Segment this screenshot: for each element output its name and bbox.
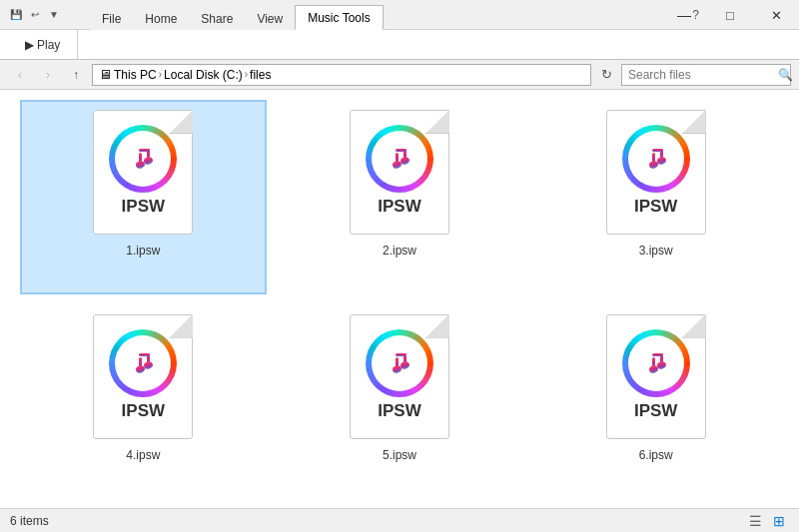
files-grid: IPSW 1.ipsw xyxy=(0,90,799,508)
svg-rect-17 xyxy=(139,353,150,356)
itunes-inner-6 xyxy=(628,335,684,391)
tab-share[interactable]: Share xyxy=(189,8,245,30)
file-icon-4: IPSW xyxy=(88,314,198,444)
file-item-3[interactable]: IPSW 3.ipsw xyxy=(532,100,779,294)
svg-rect-7 xyxy=(396,149,406,152)
ribbon-tab-strip: File Home Share View Music Tools xyxy=(90,0,384,30)
play-button[interactable]: ▶ Play xyxy=(14,35,72,55)
window-quick-access: 💾 ↩ ▼ xyxy=(8,7,62,23)
up-button[interactable]: ↑ xyxy=(64,63,88,87)
itunes-inner-5 xyxy=(372,335,427,391)
doc-body-4: IPSW xyxy=(93,314,193,439)
itunes-ring-6 xyxy=(622,329,690,397)
ipsw-label-2: IPSW xyxy=(351,197,448,217)
doc-body-2: IPSW xyxy=(350,110,449,235)
doc-fold-3 xyxy=(682,110,706,134)
search-input[interactable] xyxy=(628,68,778,82)
file-name-5: 5.ipsw xyxy=(383,448,416,462)
path-arrow-1: › xyxy=(159,69,162,80)
svg-rect-2 xyxy=(139,149,150,152)
file-name-2: 2.ipsw xyxy=(383,244,416,258)
itunes-ring-1 xyxy=(109,125,177,193)
help-icon[interactable]: ? xyxy=(692,8,699,22)
file-item-6[interactable]: IPSW 6.ipsw xyxy=(532,304,779,499)
path-segment-files: files xyxy=(250,68,271,82)
music-note-icon-1 xyxy=(126,142,160,176)
file-name-1: 1.ipsw xyxy=(126,244,160,258)
svg-rect-12 xyxy=(652,149,663,152)
more-icon[interactable]: ▼ xyxy=(46,7,62,23)
view-grid-icon[interactable]: ⊞ xyxy=(769,511,789,531)
back-button[interactable]: ‹ xyxy=(8,63,32,87)
close-button[interactable]: ✕ xyxy=(753,0,799,30)
file-icon-3: IPSW xyxy=(601,110,711,240)
path-segment-localdisk: Local Disk (C:) xyxy=(164,68,243,82)
svg-rect-27 xyxy=(652,353,663,356)
save-icon[interactable]: 💾 xyxy=(8,7,24,23)
title-bar: 💾 ↩ ▼ File Home Share View Music Tools —… xyxy=(0,0,799,30)
doc-fold-5 xyxy=(425,314,449,338)
itunes-ring-4 xyxy=(109,329,177,397)
ipsw-label-1: IPSW xyxy=(94,197,192,217)
doc-body-6: IPSW xyxy=(606,314,706,439)
tab-music-tools[interactable]: Music Tools xyxy=(295,5,383,30)
file-name-6: 6.ipsw xyxy=(639,448,673,462)
refresh-button[interactable]: ↻ xyxy=(595,64,617,86)
doc-fold-2 xyxy=(425,110,449,134)
file-name-3: 3.ipsw xyxy=(639,244,673,258)
music-note-icon-5 xyxy=(383,346,416,380)
doc-body-1: IPSW xyxy=(93,110,193,235)
title-bar-left: 💾 ↩ ▼ xyxy=(8,7,62,23)
itunes-inner-1 xyxy=(115,131,171,187)
search-icon: 🔍 xyxy=(778,68,793,82)
file-name-4: 4.ipsw xyxy=(126,448,160,462)
music-note-icon-6 xyxy=(639,346,673,380)
ipsw-label-3: IPSW xyxy=(607,197,705,217)
doc-body-5: IPSW xyxy=(350,314,449,439)
ribbon-content: ▶ Play xyxy=(0,30,799,60)
file-icon-6: IPSW xyxy=(601,314,711,444)
music-note-icon-3 xyxy=(639,142,673,176)
itunes-inner-2 xyxy=(372,131,427,187)
file-item-1[interactable]: IPSW 1.ipsw xyxy=(20,100,267,294)
tab-view[interactable]: View xyxy=(245,8,295,30)
item-count: 6 items xyxy=(10,514,49,528)
file-item-5[interactable]: IPSW 5.ipsw xyxy=(277,304,523,499)
ipsw-label-6: IPSW xyxy=(607,401,705,421)
file-icon-5: IPSW xyxy=(345,314,454,444)
path-arrow-2: › xyxy=(245,69,248,80)
file-icon-2: IPSW xyxy=(345,110,454,240)
ipsw-label-5: IPSW xyxy=(351,401,448,421)
doc-body-3: IPSW xyxy=(606,110,706,235)
itunes-inner-3 xyxy=(628,131,684,187)
undo-icon[interactable]: ↩ xyxy=(27,7,43,23)
itunes-inner-4 xyxy=(115,335,171,391)
tab-file[interactable]: File xyxy=(90,8,133,30)
maximize-button[interactable]: □ xyxy=(707,0,753,30)
music-note-icon-4 xyxy=(126,346,160,380)
svg-rect-22 xyxy=(396,353,406,356)
tab-home[interactable]: Home xyxy=(133,8,189,30)
forward-button[interactable]: › xyxy=(36,63,60,87)
file-item-4[interactable]: IPSW 4.ipsw xyxy=(20,304,267,499)
address-bar: ‹ › ↑ 🖥 This PC › Local Disk (C:) › file… xyxy=(0,60,799,90)
content-area: IPSW 1.ipsw xyxy=(0,90,799,508)
address-path[interactable]: 🖥 This PC › Local Disk (C:) › files xyxy=(92,64,591,86)
doc-fold-4 xyxy=(169,314,193,338)
view-list-icon[interactable]: ☰ xyxy=(745,511,765,531)
status-bar: 6 items ☰ ⊞ xyxy=(0,508,799,532)
path-segment-thispc: 🖥 This PC xyxy=(99,67,157,82)
file-icon-1: IPSW xyxy=(88,110,198,240)
music-note-icon-2 xyxy=(383,142,416,176)
minimize-button[interactable]: — xyxy=(661,0,707,30)
doc-fold-6 xyxy=(682,314,706,338)
view-controls: ☰ ⊞ xyxy=(745,511,789,531)
search-box[interactable]: 🔍 xyxy=(621,64,791,86)
itunes-ring-3 xyxy=(622,125,690,193)
itunes-ring-2 xyxy=(366,125,433,193)
file-item-2[interactable]: IPSW 2.ipsw xyxy=(277,100,523,294)
itunes-ring-5 xyxy=(366,329,433,397)
ribbon-play-section: ▶ Play xyxy=(8,30,78,59)
doc-fold-1 xyxy=(169,110,193,134)
window-controls: — □ ✕ xyxy=(661,0,799,30)
